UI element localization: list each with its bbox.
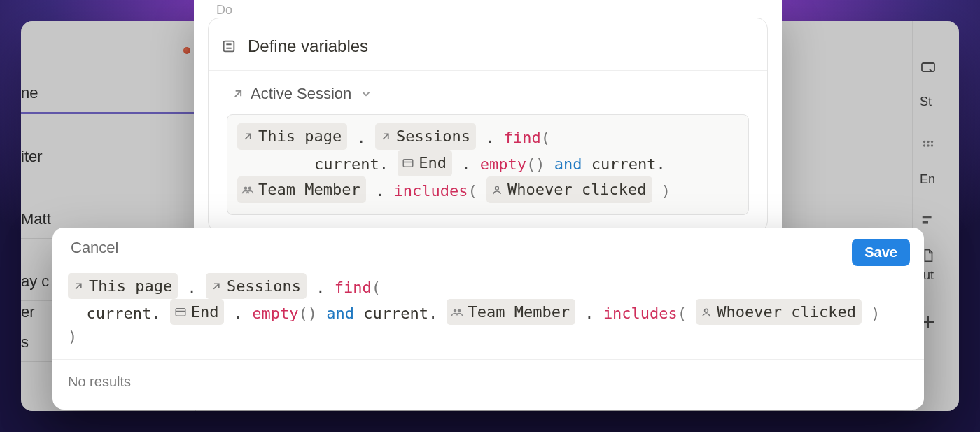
formula-editor-popover: Cancel Save This page . Sessions . find(… <box>52 228 924 410</box>
close-paren: ) <box>652 182 671 200</box>
token-this-page: This page <box>237 123 347 150</box>
parens: () <box>298 305 317 322</box>
fn-includes: includes <box>603 305 678 322</box>
kw-and: and <box>326 305 354 322</box>
formula-input[interactable]: This page . Sessions . find( current. En… <box>52 269 924 359</box>
close-paren: ) <box>862 305 881 322</box>
token-end: End <box>398 150 452 176</box>
dot-operator: . <box>307 279 335 296</box>
token-this-page: This page <box>68 273 178 299</box>
step-card: Define variables Active Session This pag… <box>208 18 768 232</box>
automation-step-panel: Do Define variables Active Session This … <box>194 0 782 249</box>
formula-display[interactable]: This page . Sessions . find( current. En… <box>227 114 749 215</box>
dot-operator: . <box>347 129 375 146</box>
step-title: Define variables <box>248 36 368 56</box>
dot-operator: . <box>178 279 206 296</box>
arrow-up-right-icon <box>231 87 245 101</box>
svg-point-17 <box>705 309 708 312</box>
token-end: End <box>170 299 225 325</box>
dot-operator: . <box>151 305 170 322</box>
close-paren: ) <box>68 328 77 345</box>
svg-point-12 <box>248 187 252 190</box>
open-paren: ( <box>541 129 550 146</box>
do-label: Do <box>194 0 782 18</box>
fn-includes: includes <box>393 182 468 200</box>
kw-current: current <box>87 305 152 322</box>
token-team-member: Team Member <box>237 176 366 203</box>
svg-point-13 <box>496 187 499 190</box>
open-paren: ( <box>678 305 696 322</box>
results-detail <box>318 360 924 410</box>
dot-operator: . <box>366 182 394 200</box>
no-results-label: No results <box>52 360 318 410</box>
dot-operator: . <box>379 155 398 173</box>
dot-operator: . <box>476 129 504 146</box>
token-whoever-clicked: Whoever clicked <box>486 176 652 203</box>
token-whoever-clicked: Whoever clicked <box>696 299 862 325</box>
save-button[interactable]: Save <box>852 239 910 266</box>
dot-operator: . <box>428 305 447 322</box>
variable-name: Active Session <box>251 85 351 103</box>
dot-operator: . <box>224 305 252 322</box>
autocomplete-results: No results <box>52 359 924 410</box>
kw-current: current <box>363 305 428 322</box>
open-paren: ( <box>372 279 381 296</box>
svg-rect-14 <box>176 308 186 316</box>
svg-point-15 <box>454 309 457 312</box>
token-sessions: Sessions <box>375 123 476 150</box>
variables-step-icon <box>221 39 237 54</box>
dot-operator: . <box>452 155 480 173</box>
fn-empty: empty <box>252 305 298 322</box>
kw-and: and <box>554 155 582 173</box>
svg-point-16 <box>458 309 461 312</box>
cancel-button[interactable]: Cancel <box>71 239 118 257</box>
token-sessions: Sessions <box>206 273 307 299</box>
chevron-down-icon <box>360 88 372 100</box>
kw-current: current <box>592 155 657 173</box>
dot-operator: . <box>575 305 603 322</box>
svg-rect-10 <box>403 160 413 167</box>
token-team-member: Team Member <box>447 299 575 325</box>
fn-find: find <box>504 129 541 146</box>
svg-point-11 <box>244 187 248 190</box>
dot-operator: . <box>656 155 665 173</box>
variable-selector[interactable]: Active Session <box>209 71 767 110</box>
kw-current: current <box>314 155 379 173</box>
fn-find: find <box>335 279 372 296</box>
parens: () <box>526 155 545 173</box>
svg-rect-9 <box>224 41 234 52</box>
open-paren: ( <box>468 182 486 200</box>
fn-empty: empty <box>480 155 526 173</box>
